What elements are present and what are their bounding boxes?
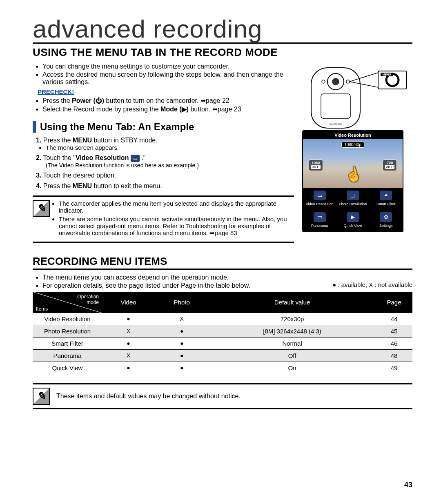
tile-icon: ▭: [314, 191, 326, 200]
step-number: 2.: [36, 154, 41, 161]
h2-bullet: For operation details, see the page list…: [42, 282, 324, 289]
bold-text: Mode (▶): [160, 106, 189, 113]
tile-label: Photo Resolution: [339, 202, 367, 206]
tile-label: Settings: [379, 224, 393, 228]
cell-photo: ●: [155, 325, 209, 337]
bold-text: MENU: [73, 137, 92, 144]
section-heading: USING THE MENU TAB IN THE RECORD MODE: [33, 46, 412, 59]
cell-default: 720x30p: [209, 313, 376, 325]
bold-text: Video Resolution: [76, 154, 129, 161]
table-legend: ● : available, X : not available: [332, 281, 412, 288]
precheck-item: Select the Record mode by pressing the M…: [42, 105, 296, 113]
text: Press the: [43, 137, 73, 144]
text: button in STBY mode.: [92, 137, 158, 144]
tile-icon: ▭: [314, 212, 326, 222]
note-list: The camcorder applies the menu item you …: [59, 200, 292, 238]
svg-text:Operation: Operation: [77, 294, 99, 300]
tile-label: Quick View: [344, 224, 362, 228]
th-page: Page: [376, 292, 412, 313]
intro-bullet: Access the desired menu screen by follow…: [42, 71, 296, 86]
cell-photo: ●: [155, 362, 209, 374]
svg-point-2: [332, 78, 339, 85]
h2-bullet: The menu items you can access depend on …: [42, 274, 324, 281]
table-row: Quick View●●On49: [33, 362, 412, 374]
cell-item: Video Resolution: [33, 313, 102, 325]
video-resolution-tile-icon: ▭: [131, 155, 140, 162]
cell-video: ●: [102, 362, 155, 374]
cell-item: Quick View: [33, 362, 102, 374]
note-box: ✎ The camcorder applies the menu item yo…: [33, 195, 294, 243]
step-item: 4. Press the MENU button to exit the men…: [36, 182, 294, 190]
cell-video: ●: [102, 313, 155, 325]
precheck-list: Press the Power (⏻) button to turn on th…: [42, 97, 296, 113]
menu-grid: ▭Video Resolution ◻Photo Resolution ✦Sma…: [303, 188, 403, 231]
chapter-title: advanced recording: [33, 16, 412, 44]
option-720-30p: 720 30 P: [383, 160, 397, 171]
note-item: The camcorder applies the menu item you …: [59, 200, 292, 214]
text: Select the Record mode by pressing the: [42, 106, 160, 113]
th-photo: Photo: [155, 292, 209, 313]
bold-text: Power (⏻): [72, 97, 104, 104]
h2-bullet-list: The menu items you can access depend on …: [42, 274, 324, 290]
menu-tile-panorama: ▭Panorama: [303, 210, 336, 231]
cell-item: Panorama: [33, 349, 102, 362]
step-item: 1. Press the MENU button in STBY mode. T…: [36, 137, 294, 151]
resolution-badge: 1080/30p: [341, 142, 364, 148]
opt-line1: 1080: [312, 161, 320, 165]
opt-line2: 30 P: [385, 165, 394, 169]
table-row: Video Resolution●X720x30p44: [33, 313, 412, 325]
note-item: There are some functions you cannot acti…: [59, 215, 292, 237]
cell-page: 44: [376, 313, 412, 325]
cell-default: On: [209, 362, 376, 374]
step-list: 1. Press the MENU button in STBY mode. T…: [36, 137, 294, 190]
text: Press the: [42, 97, 72, 104]
cell-page: 45: [376, 325, 412, 337]
cell-item: Smart Filter: [33, 337, 102, 349]
th-items-mode: Operation mode Items: [33, 292, 102, 313]
menu-tile-quick-view: ▶Quick View: [336, 210, 369, 231]
step-number: 3.: [36, 172, 41, 179]
intro-bullet-list: You can change the menu settings to cust…: [42, 63, 296, 86]
page-number: 43: [404, 481, 412, 489]
camcorder-screen-diagram: Video Resolution 1080/30p 1080 30 P 720 …: [302, 130, 403, 232]
screen-preview: 1080/30p 1080 30 P 720 30 P ☝: [303, 139, 403, 188]
cell-video: X: [102, 325, 155, 337]
cell-default: Off: [209, 349, 376, 362]
tile-label: Video Resolution: [306, 202, 334, 206]
cell-page: 46: [376, 337, 412, 349]
opt-line1: 720: [387, 161, 393, 165]
tile-icon: ✿: [380, 212, 392, 222]
svg-text:Items: Items: [36, 306, 48, 312]
tile-label: Panorama: [311, 224, 328, 228]
footer-note-text: These items and default values may be ch…: [56, 393, 241, 400]
menu-tile-video-resolution: ▭Video Resolution: [303, 188, 336, 210]
cell-item: Photo Resolution: [33, 325, 102, 337]
step-item: 2. Touch the "Video Resolution ▭ ." (The…: [36, 154, 294, 169]
note-icon: ✎: [33, 388, 50, 405]
text: button to exit the menu.: [92, 182, 162, 189]
tile-icon: ◻: [347, 191, 359, 200]
note-icon: ✎: [33, 200, 50, 217]
tile-icon: ✦: [380, 191, 392, 200]
step-item: 3. Touch the desired option.: [36, 172, 294, 179]
menu-tile-photo-resolution: ◻Photo Resolution: [336, 188, 369, 210]
step-number: 4.: [36, 182, 41, 189]
intro-bullet: You can change the menu settings to cust…: [42, 63, 296, 70]
table-row: Smart Filter●●Normal46: [33, 337, 412, 349]
footer-note-box: ✎ These items and default values may be …: [33, 383, 412, 409]
text: .": [141, 154, 145, 161]
text: button to turn on the camcorder. ➥page 2…: [106, 97, 229, 104]
section-heading: RECORDING MENU ITEMS: [33, 255, 412, 270]
table-row: PanoramaX●Off48: [33, 349, 412, 362]
text: Press the: [43, 182, 73, 189]
svg-text:mode: mode: [87, 300, 99, 305]
recording-menu-table: Operation mode Items Video Photo Default…: [33, 292, 412, 374]
text: button. ➥page 23: [190, 106, 241, 113]
h2-accent-bar: [33, 121, 36, 133]
subsection-heading: Using the Menu Tab: An Example: [40, 121, 194, 133]
svg-text:MENU: MENU: [383, 73, 391, 76]
screen-title: Video Resolution: [303, 131, 403, 139]
step-note: (The Video Resolution function is used h…: [46, 162, 294, 169]
tile-icon: ▶: [347, 212, 359, 222]
cell-photo: ●: [155, 349, 209, 362]
